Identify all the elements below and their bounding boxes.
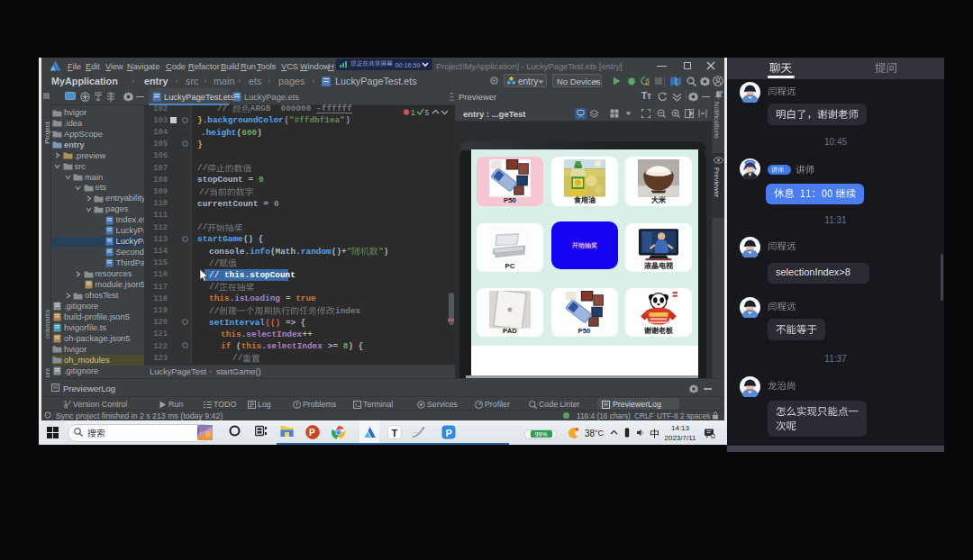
svg-text:P: P (309, 428, 315, 438)
svg-text:5: 5 (425, 108, 430, 117)
svg-text:Previewer: Previewer (713, 167, 721, 198)
svg-text:T: T (392, 428, 398, 438)
svg-text:1: 1 (411, 108, 415, 117)
svg-text:Notifications: Notifications (713, 102, 721, 139)
svg-text:P: P (446, 428, 452, 438)
svg-text:Bookmarks: Bookmarks (43, 309, 51, 339)
svg-text:Project: Project (43, 121, 51, 144)
